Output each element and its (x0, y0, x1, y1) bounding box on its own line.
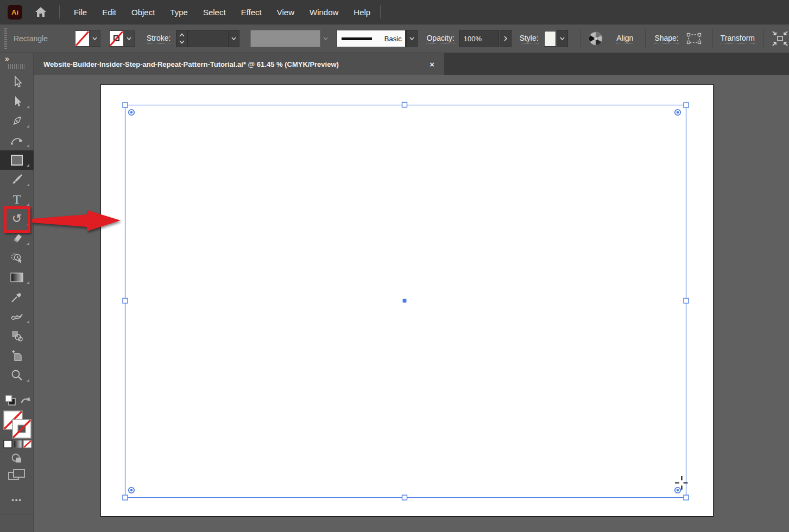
opacity-label[interactable]: Opacity: (426, 34, 454, 43)
width-profile-chevron-icon (320, 37, 331, 40)
stroke-weight-dropdown[interactable] (228, 30, 240, 47)
left-toolbar: » (0, 53, 34, 532)
tool-artboard[interactable] (0, 346, 34, 365)
tool-zoom[interactable] (0, 365, 34, 385)
menu-item-file[interactable]: File (66, 2, 94, 23)
stroke-weight-stepper[interactable] (176, 30, 188, 47)
tool-direct-selection[interactable] (0, 92, 34, 111)
swap-fill-stroke-button[interactable] (20, 395, 31, 406)
tool-pen[interactable] (0, 111, 34, 131)
toolbar-expand-button[interactable]: » (0, 53, 33, 63)
control-bar-grip[interactable] (4, 28, 7, 49)
menu-item-object[interactable]: Object (124, 2, 162, 23)
tool-type[interactable]: T (0, 189, 34, 209)
stroke-none-swatch-icon (110, 31, 123, 46)
stroke-proxy[interactable] (12, 419, 31, 439)
stroke-color-control[interactable] (109, 30, 135, 47)
tool-rectangle[interactable] (0, 150, 34, 170)
shape-properties-button[interactable] (686, 33, 702, 45)
control-separator (580, 29, 580, 48)
home-icon (34, 6, 47, 18)
brush-definition-dropdown[interactable]: Basic (337, 30, 406, 47)
paintbrush-tool-icon (10, 173, 23, 186)
shape-label[interactable]: Shape: (654, 34, 678, 43)
tool-eraser[interactable] (0, 229, 34, 248)
brush-definition-value: Basic (384, 35, 402, 43)
menu-item-effect[interactable]: Effect (233, 2, 269, 23)
document-tab[interactable]: Website-Builder-Insider-Step-and-Repeat-… (34, 53, 444, 75)
stroke-dropdown-chevron-icon[interactable] (123, 31, 134, 46)
brush-dropdown-chevron[interactable] (406, 30, 418, 47)
color-wheel-icon (588, 31, 603, 46)
menu-separator (59, 5, 60, 18)
fill-none-swatch-icon (75, 31, 89, 46)
default-fill-stroke-button[interactable] (4, 394, 16, 406)
symbol-tool-icon (10, 330, 24, 343)
menu-items: File Edit Object Type Select Effect View… (66, 2, 378, 23)
gradient-button-icon[interactable] (13, 440, 22, 448)
close-tab-button[interactable]: × (427, 60, 437, 69)
shape-bounds-icon (686, 33, 702, 45)
tool-curvature[interactable] (0, 131, 34, 150)
menu-item-view[interactable]: View (269, 2, 302, 23)
menu-item-type[interactable]: Type (162, 2, 195, 23)
opacity-options-button[interactable] (500, 30, 512, 47)
toolbar-divider (0, 515, 34, 515)
style-label[interactable]: Style: (520, 34, 539, 43)
align-label[interactable]: Align (616, 34, 633, 43)
arrange-documents-button[interactable] (771, 30, 789, 47)
home-button[interactable] (34, 6, 47, 18)
none-button-icon[interactable] (23, 440, 32, 448)
stroke-weight-input[interactable] (188, 30, 227, 47)
illustrator-logo-icon[interactable]: Ai (8, 5, 22, 20)
stroke-weight-label[interactable]: Stroke: (147, 34, 171, 43)
zoom-tool-icon (10, 369, 23, 382)
style-swatch[interactable] (544, 31, 557, 47)
drawing-mode-button[interactable] (10, 453, 23, 465)
style-dropdown-chevron[interactable] (557, 30, 568, 47)
tool-shape-builder[interactable] (0, 248, 34, 268)
fill-dropdown-chevron-icon[interactable] (89, 31, 100, 46)
control-separator (763, 29, 764, 48)
type-tool-icon: T (13, 193, 21, 206)
tool-selection[interactable] (0, 72, 34, 92)
tool-eyedropper[interactable] (0, 287, 34, 307)
document-area: Website-Builder-Insider-Step-and-Repeat-… (34, 53, 789, 532)
toolbar-grip[interactable] (8, 64, 26, 69)
color-mode-buttons (3, 440, 32, 448)
canvas[interactable] (34, 75, 789, 532)
active-tool-label: Rectangle (14, 34, 65, 43)
default-colors-icon (4, 394, 16, 406)
edit-toolbar-button[interactable]: ••• (0, 496, 34, 504)
transform-label[interactable]: Transform (721, 34, 755, 43)
tool-rotate[interactable]: ↺ (0, 209, 34, 229)
opacity-input[interactable]: 100% (459, 30, 499, 47)
tool-paintbrush[interactable] (0, 170, 34, 189)
control-bar: Rectangle Stroke: (0, 24, 789, 53)
menu-item-window[interactable]: Window (302, 2, 346, 23)
color-button-icon[interactable] (3, 440, 12, 448)
rectangle-tool-icon (10, 154, 24, 167)
menu-item-edit[interactable]: Edit (94, 2, 124, 23)
menu-bar: Ai File Edit Object Type Select Effect V… (0, 0, 789, 24)
control-separator (712, 29, 713, 48)
fill-color-control[interactable] (75, 30, 100, 47)
screen-mode-button[interactable] (8, 468, 26, 482)
tab-strip (444, 53, 789, 75)
menu-item-help[interactable]: Help (346, 2, 378, 23)
eraser-tool-icon (10, 232, 23, 245)
opacity-value: 100% (459, 35, 498, 43)
tool-symbol[interactable] (0, 326, 34, 346)
tool-warp[interactable] (0, 307, 34, 326)
converge-arrows-icon (771, 30, 789, 47)
workspace: » (0, 53, 789, 532)
recolor-artwork-button[interactable] (588, 31, 603, 46)
width-profile-dropdown (250, 30, 320, 47)
artboard-tool-icon (10, 349, 23, 362)
tool-gradient[interactable] (0, 268, 34, 287)
brush-stroke-preview-icon (342, 37, 372, 40)
direct-selection-tool-icon (10, 95, 23, 108)
gradient-tool-icon (10, 271, 24, 283)
menu-item-select[interactable]: Select (195, 2, 233, 23)
artboard[interactable] (100, 84, 714, 517)
